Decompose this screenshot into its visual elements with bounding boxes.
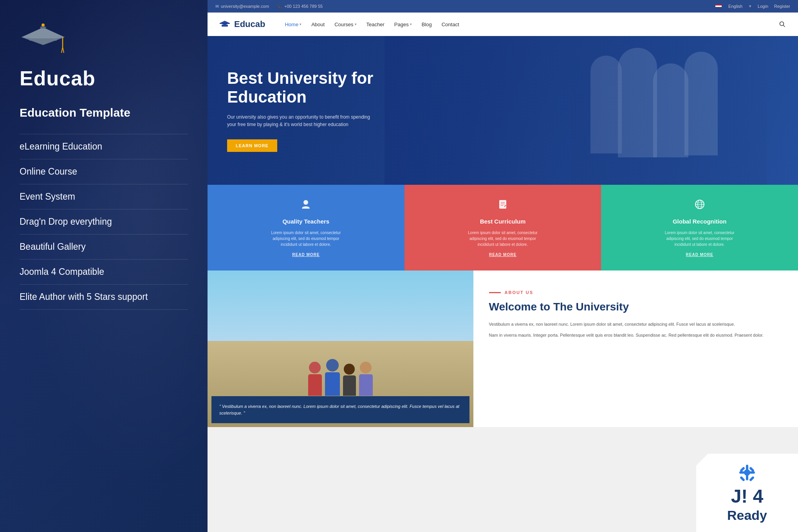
hero-title: Best University for Education: [227, 69, 423, 107]
svg-rect-25: [746, 465, 748, 470]
nav-link-home-chevron: ▾: [300, 22, 302, 26]
about-quote-text: " Vestibulum a viverra ex, non laoreet n…: [219, 404, 459, 415]
nav-link-teacher-label: Teacher: [367, 22, 385, 27]
feature-item-2: Online Course: [20, 159, 188, 184]
nav-link-home[interactable]: Home ▾: [281, 20, 305, 29]
nav-link-pages-label: Pages: [394, 22, 409, 27]
card-2-title: Best Curriculum: [480, 218, 526, 225]
top-bar-left: ✉ university@example.com 📞 +00 123 456 7…: [215, 4, 704, 9]
card-2-desc: Lorem ipsum dolor sit amet, consectetur …: [464, 230, 542, 247]
phone-item: 📞 +00 123 456 789 55: [277, 4, 323, 9]
svg-marker-10: [220, 23, 230, 24]
svg-rect-26: [746, 475, 748, 480]
feature-list: eLearning Education Online Course Event …: [20, 134, 188, 310]
learn-more-button[interactable]: LEARN MORE: [227, 139, 277, 152]
svg-point-24: [744, 469, 750, 476]
nav-link-home-label: Home: [285, 22, 298, 27]
about-content: ABOUT US Welcome to The University Vesti…: [473, 271, 798, 427]
register-link[interactable]: Register: [774, 4, 790, 9]
nav-link-contact[interactable]: Contact: [438, 20, 463, 29]
joomla-ready: Ready: [727, 508, 767, 523]
card-best-curriculum: Best Curriculum Lorem ipsum dolor sit am…: [404, 184, 601, 271]
nav-link-pages-chevron: ▾: [410, 22, 412, 26]
svg-point-4: [42, 23, 45, 27]
about-section: " Vestibulum a viverra ex, non laoreet n…: [208, 271, 798, 427]
feature-item-5: Beautiful Gallery: [20, 234, 188, 260]
nav-link-contact-label: Contact: [442, 22, 459, 27]
global-recognition-icon: [694, 198, 706, 213]
nav-logo-icon: [219, 20, 230, 29]
svg-rect-32: [749, 476, 755, 482]
about-text-1: Vestibulum a viverra ex, non laoreet nun…: [489, 321, 782, 328]
svg-point-12: [780, 22, 784, 26]
svg-point-8: [40, 26, 46, 29]
nav-link-courses-label: Courses: [334, 22, 353, 27]
top-bar-right: English ▼ Login Register: [715, 4, 790, 9]
card-global-recognition: Global Recognition Lorem ipsum dolor sit…: [601, 184, 798, 271]
joomla-version: J! 4: [731, 487, 764, 506]
left-subtitle: Education Template: [20, 106, 188, 120]
nav-logo-text: Educab: [234, 19, 265, 29]
nav-link-about-label: About: [311, 22, 325, 27]
svg-rect-15: [499, 200, 506, 209]
nav-logo[interactable]: Educab: [219, 19, 265, 29]
card-3-link[interactable]: READ MORE: [686, 252, 713, 257]
top-bar: ✉ university@example.com 📞 +00 123 456 7…: [208, 0, 798, 13]
best-curriculum-icon: [497, 198, 509, 213]
nav-link-courses[interactable]: Courses ▾: [330, 20, 360, 29]
svg-line-7: [63, 47, 64, 53]
left-panel: Educab Education Template eLearning Educ…: [0, 0, 208, 532]
phone-text: +00 123 456 789 55: [284, 4, 323, 9]
flag-icon: [715, 4, 722, 8]
cards-section: Quality Teachers Lorem ipsum dolor sit a…: [208, 184, 798, 271]
nav-link-about[interactable]: About: [307, 20, 329, 29]
about-quote: " Vestibulum a viverra ex, non laoreet n…: [211, 396, 469, 423]
nav-link-teacher[interactable]: Teacher: [363, 20, 388, 29]
card-1-link[interactable]: READ MORE: [292, 252, 320, 257]
feature-item-7: Elite Author with 5 Stars support: [20, 285, 188, 310]
hero-content: Best University for Education Our univer…: [227, 69, 423, 152]
search-button[interactable]: [778, 20, 786, 28]
card-1-title: Quality Teachers: [282, 218, 329, 225]
email-icon: ✉: [215, 4, 219, 9]
brand-name: Educab: [20, 67, 188, 90]
login-link[interactable]: Login: [758, 4, 768, 9]
svg-line-13: [784, 25, 785, 27]
about-title: Welcome to The University: [489, 300, 782, 314]
nav-link-blog-label: Blog: [422, 22, 432, 27]
feature-item-3: Event System: [20, 184, 188, 209]
about-label-text: ABOUT US: [505, 290, 533, 295]
card-3-title: Global Recognition: [673, 218, 727, 225]
about-image: " Vestibulum a viverra ex, non laoreet n…: [208, 271, 473, 427]
card-2-link[interactable]: READ MORE: [489, 252, 516, 257]
card-1-desc: Lorem ipsum dolor sit amet, consectetur …: [267, 230, 345, 247]
svg-rect-28: [749, 471, 755, 474]
nav-link-pages[interactable]: Pages ▾: [390, 20, 416, 29]
svg-rect-2: [29, 38, 57, 41]
about-label: ABOUT US: [489, 290, 782, 295]
svg-rect-31: [740, 476, 745, 482]
nav-link-courses-chevron: ▾: [355, 22, 357, 26]
card-quality-teachers: Quality Teachers Lorem ipsum dolor sit a…: [208, 184, 404, 271]
svg-marker-9: [220, 21, 230, 25]
nav-link-blog[interactable]: Blog: [418, 20, 436, 29]
card-3-desc: Lorem ipsum dolor sit amet, consectetur …: [661, 230, 739, 247]
right-panel: ✉ university@example.com 📞 +00 123 456 7…: [208, 0, 798, 532]
feature-item-1: eLearning Education: [20, 134, 188, 159]
joomla-badge: J! 4 Ready: [696, 454, 798, 532]
svg-rect-11: [222, 25, 228, 27]
about-label-line: [489, 292, 501, 293]
quality-teachers-icon: [300, 198, 312, 213]
nav-links: Home ▾ About Courses ▾ Teacher Pages ▾ B…: [281, 20, 778, 29]
svg-point-14: [303, 200, 308, 205]
search-icon: [779, 21, 785, 27]
svg-rect-27: [739, 471, 745, 474]
email-item: ✉ university@example.com: [215, 4, 269, 9]
feature-item-4: Drag'n Drop everything: [20, 209, 188, 234]
language-select[interactable]: English: [728, 4, 742, 9]
chevron-down-icon: ▼: [748, 4, 752, 8]
email-text: university@example.com: [221, 4, 269, 9]
hero-section: Best University for Education Our univer…: [208, 36, 798, 185]
phone-icon: 📞: [277, 4, 282, 9]
about-text-2: Nam in viverra mauris. Integer porta. Pe…: [489, 332, 782, 339]
